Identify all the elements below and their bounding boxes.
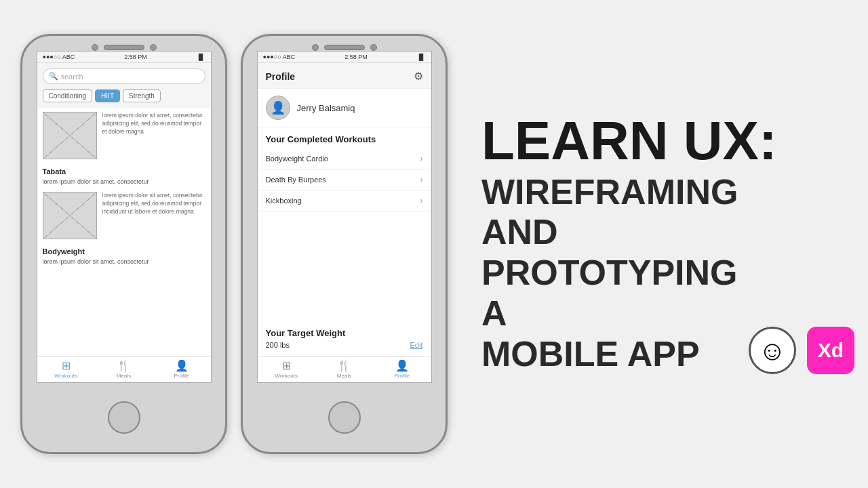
completed-workouts-list: Bodyweight Cardio › Death By Burpees › K… bbox=[258, 148, 431, 321]
xd-label: Xd bbox=[818, 339, 844, 362]
workouts-nav-icon-2: ⊞ bbox=[282, 361, 291, 371]
carrier-text: ●●●○○ ABC bbox=[43, 54, 75, 60]
phone-1-screen: ●●●○○ ABC 2:58 PM ▐▌ 🔍 search Conditioni… bbox=[37, 51, 212, 383]
workout-short-desc-tabata: lorem ipsum dolor sit amet, consectetur bbox=[43, 178, 205, 185]
nav-workouts-label: Workouts bbox=[54, 373, 77, 379]
nav-workouts[interactable]: ⊞ Workouts bbox=[37, 357, 95, 382]
filter-tabs: Conditioning HIIT Strength bbox=[37, 89, 211, 108]
phones-section: ●●●○○ ABC 2:58 PM ▐▌ 🔍 search Conditioni… bbox=[0, 20, 454, 468]
carrier-text-2: ●●●○○ ABC bbox=[263, 54, 296, 60]
phone-1-camera2 bbox=[150, 44, 157, 51]
nav-profile-label-2: Profile bbox=[394, 373, 410, 379]
phone-2-bottom bbox=[328, 383, 361, 452]
list-item[interactable]: Bodyweight Cardio › bbox=[258, 148, 431, 169]
phone-1-status-bar: ●●●○○ ABC 2:58 PM ▐▌ bbox=[37, 52, 211, 63]
search-bar[interactable]: 🔍 search bbox=[43, 68, 205, 84]
filter-strength[interactable]: Strength bbox=[123, 89, 161, 102]
workouts-nav-icon: ⊞ bbox=[62, 361, 71, 371]
completed-workouts-header: Your Completed Workouts bbox=[258, 127, 431, 148]
list-item[interactable]: Death By Burpees › bbox=[258, 169, 431, 190]
filter-hiit[interactable]: HIIT bbox=[95, 89, 120, 102]
phone-1-camera bbox=[92, 44, 98, 51]
target-weight-value-row: 200 lbs Edit bbox=[266, 341, 423, 349]
workout-name-tabata: Tabata bbox=[43, 167, 205, 176]
phone-1-bottom-nav: ⊞ Workouts 🍴 Meals 👤 Profile bbox=[37, 356, 211, 382]
battery-text-2: ▐▌ bbox=[417, 54, 426, 60]
meals-nav-icon-2: 🍴 bbox=[337, 361, 351, 371]
edit-button[interactable]: Edit bbox=[410, 341, 423, 349]
workout-text-2: lorem ipsum dolor sit amet, consectetur … bbox=[102, 192, 205, 239]
phone-1: ●●●○○ ABC 2:58 PM ▐▌ 🔍 search Conditioni… bbox=[20, 34, 227, 454]
phone-1-bottom bbox=[108, 383, 140, 452]
phone-2-speaker bbox=[324, 45, 365, 50]
workout-row-name-3: Kickboxing bbox=[266, 197, 302, 205]
workout-row-name-1: Bodyweight Cardio bbox=[266, 155, 328, 163]
target-weight-label: Your Target Weight bbox=[266, 328, 423, 338]
chevron-icon-1: › bbox=[420, 154, 423, 163]
workout-row-name-2: Death By Burpees bbox=[266, 176, 326, 184]
search-icon: 🔍 bbox=[49, 72, 58, 81]
profile-title: Profile bbox=[266, 71, 296, 82]
phone-2-camera2 bbox=[370, 44, 377, 51]
headline-line3: AND bbox=[481, 212, 558, 251]
workout-text: lorem ipsum dolor sit amet, consectetur … bbox=[102, 112, 205, 159]
right-section: LEARN UX: WIREFRAMING AND PROTOTYPING A … bbox=[454, 100, 868, 388]
phone-2-home-button[interactable] bbox=[328, 401, 361, 434]
list-item: lorem ipsum dolor sit amet, consectetur … bbox=[43, 192, 205, 239]
nav-meals-label: Meals bbox=[117, 373, 131, 379]
nav-profile-2[interactable]: 👤 Profile bbox=[373, 357, 431, 382]
nav-profile[interactable]: 👤 Profile bbox=[153, 357, 210, 382]
time-text-2: 2:58 PM bbox=[344, 54, 368, 60]
phone-1-home-button[interactable] bbox=[108, 401, 140, 434]
chevron-icon-2: › bbox=[420, 175, 423, 184]
phone-2-screen: ●●●○○ ABC 2:58 PM ▐▌ Profile ⚙ 👤 Jerry B… bbox=[257, 51, 432, 383]
gear-icon[interactable]: ⚙ bbox=[414, 70, 423, 83]
phone-1-content: 🔍 search Conditioning HIIT Strength bbox=[37, 63, 211, 382]
nav-meals-2[interactable]: 🍴 Meals bbox=[315, 357, 373, 382]
workout-thumbnail bbox=[43, 112, 97, 159]
phone-2-content: Profile ⚙ 👤 Jerry Balsamiq Your Complete… bbox=[258, 63, 431, 382]
nav-profile-label: Profile bbox=[174, 373, 189, 379]
phone-2-bottom-nav: ⊞ Workouts 🍴 Meals 👤 Profile bbox=[258, 356, 431, 382]
headline-line6: MOBILE APP bbox=[481, 334, 700, 373]
avatar: 👤 bbox=[266, 96, 290, 120]
meals-nav-icon: 🍴 bbox=[117, 361, 130, 371]
list-item: lorem ipsum dolor sit amet, consectetur … bbox=[43, 112, 205, 159]
profile-nav-icon: 👤 bbox=[175, 361, 189, 371]
headline-line1: LEARN UX: bbox=[481, 114, 841, 168]
phone-2: ●●●○○ ABC 2:58 PM ▐▌ Profile ⚙ 👤 Jerry B… bbox=[241, 34, 448, 454]
bottom-logos: ☺ Xd bbox=[749, 327, 854, 374]
smiley-icon: ☺ bbox=[759, 336, 787, 366]
profile-header: Profile ⚙ bbox=[258, 63, 431, 89]
phone-2-status-bar: ●●●○○ ABC 2:58 PM ▐▌ bbox=[258, 52, 431, 63]
headline-line5: A bbox=[481, 293, 507, 333]
workout-description: lorem ipsum dolor sit amet, consectetur … bbox=[102, 112, 205, 136]
workout-thumbnail-2 bbox=[43, 192, 97, 239]
phone-2-camera bbox=[312, 44, 319, 51]
user-name: Jerry Balsamiq bbox=[297, 103, 355, 113]
battery-text: ▐▌ bbox=[197, 54, 205, 60]
headline-line2: WIREFRAMING bbox=[481, 172, 738, 211]
workout-description-2: lorem ipsum dolor sit amet, consectetur … bbox=[102, 192, 205, 216]
nav-meals[interactable]: 🍴 Meals bbox=[95, 357, 153, 382]
workout-list: lorem ipsum dolor sit amet, consectetur … bbox=[37, 108, 211, 356]
workout-short-desc-bodyweight: lorem ipsum dolor sit amet, consectetur bbox=[43, 258, 205, 265]
nav-meals-label-2: Meals bbox=[337, 373, 351, 379]
xd-logo: Xd bbox=[807, 327, 854, 374]
phone-1-speaker bbox=[104, 45, 144, 50]
phone-1-top bbox=[22, 36, 225, 51]
workout-name-bodyweight: Bodyweight bbox=[43, 247, 205, 256]
weight-value: 200 lbs bbox=[266, 341, 290, 349]
nav-workouts-label-2: Workouts bbox=[275, 373, 298, 379]
profile-nav-icon-2: 👤 bbox=[395, 361, 409, 371]
headline-line4: PROTOTYPING bbox=[481, 253, 738, 292]
profile-user: 👤 Jerry Balsamiq bbox=[258, 89, 431, 127]
chevron-icon-3: › bbox=[420, 196, 423, 205]
search-bar-container: 🔍 search bbox=[37, 63, 211, 89]
list-item[interactable]: Kickboxing › bbox=[258, 190, 431, 211]
filter-conditioning[interactable]: Conditioning bbox=[43, 89, 93, 102]
search-placeholder: search bbox=[61, 73, 83, 81]
nav-workouts-2[interactable]: ⊞ Workouts bbox=[258, 357, 315, 382]
target-weight-section: Your Target Weight 200 lbs Edit bbox=[258, 321, 431, 356]
smiley-logo: ☺ bbox=[749, 327, 796, 374]
